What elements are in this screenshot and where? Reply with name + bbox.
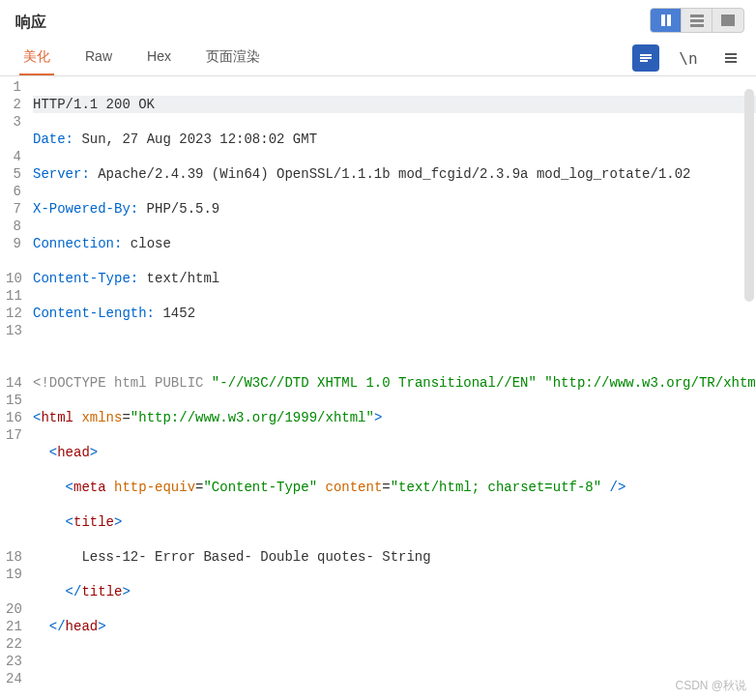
code-line: HTTP/1.1 200 OK [33,96,756,113]
code-line [33,653,756,670]
code-line: Content-Type: text/html [33,270,756,287]
code-line: Server: Apache/2.4.39 (Win64) OpenSSL/1.… [33,165,756,183]
code-line: <head> [33,444,756,461]
scrollbar-thumb[interactable] [744,89,754,302]
code-line: Less-12- Error Based- Double quotes- Str… [33,548,756,566]
newline-icon[interactable]: \n [675,44,702,72]
svg-rect-3 [725,53,737,55]
code-line: </head> [33,618,756,635]
code-line: </title> [33,583,756,600]
view-split-button[interactable] [651,9,682,32]
svg-rect-2 [640,60,648,62]
tab-actions: \n [632,44,744,72]
tab-raw[interactable]: Raw [81,41,116,75]
code-viewer[interactable]: 123456789101112131415161718192021222324 … [0,76,756,687]
tab-pretty[interactable]: 美化 [19,41,54,75]
code-line: X-Powered-By: PHP/5.5.9 [33,200,756,218]
svg-rect-1 [640,57,652,59]
watermark: CSDN @秋说 [675,678,746,694]
code-line: <meta http-equiv="Content-Type" content=… [33,479,756,496]
code-line: <!DOCTYPE html PUBLIC "-//W3C//DTD XHTML… [33,374,756,392]
svg-rect-4 [725,57,737,59]
code-line [33,339,756,357]
view-toggle-group [650,8,744,33]
vertical-scrollbar[interactable] [744,89,754,677]
code-line: <title> [33,513,756,531]
menu-icon[interactable] [717,44,744,72]
code-line: Connection: close [33,235,756,252]
tab-render[interactable]: 页面渲染 [202,41,264,75]
tab-bar: 美化 Raw Hex 页面渲染 [12,41,264,75]
code-line: Date: Sun, 27 Aug 2023 12:08:02 GMT [33,131,756,148]
code-content: HTTP/1.1 200 OK Date: Sun, 27 Aug 2023 1… [27,76,756,687]
tab-hex[interactable]: Hex [143,41,175,75]
svg-rect-5 [725,61,737,63]
svg-rect-0 [640,54,652,56]
panel-title: 响应 [15,9,46,33]
line-gutter: 123456789101112131415161718192021222324 [0,76,27,687]
view-block-button[interactable] [712,9,743,32]
code-line: <html xmlns="http://www.w3.org/1999/xhtm… [33,409,756,426]
view-list-button[interactable] [682,9,712,32]
inspect-icon[interactable] [632,44,659,72]
code-line: Content-Length: 1452 [33,305,756,322]
